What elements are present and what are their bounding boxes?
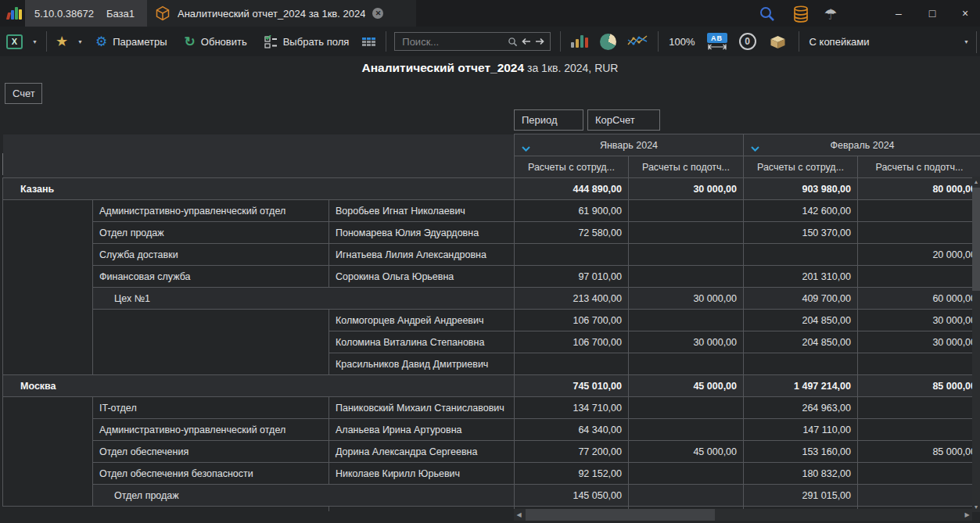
value-cell[interactable]: 201 310,00: [744, 266, 858, 288]
employee-cell[interactable]: Игнатьева Лилия Александровна: [329, 244, 515, 266]
value-cell[interactable]: 142 600,00: [744, 200, 858, 222]
find-previous-icon[interactable]: [522, 38, 531, 45]
database-icon[interactable]: [792, 5, 810, 23]
employee-cell[interactable]: Аланьева Ирина Артуровна: [329, 419, 515, 441]
value-cell[interactable]: [858, 222, 980, 244]
value-cell[interactable]: 106 700,00: [515, 331, 629, 353]
department-cell[interactable]: Отдел продаж: [93, 222, 329, 244]
value-cell[interactable]: 1 497 214,00: [744, 375, 858, 397]
chevron-down-icon[interactable]: ▼: [964, 39, 969, 45]
employee-cell[interactable]: Николаев Кирилл Юрьевич: [329, 463, 515, 485]
vertical-scrollbar[interactable]: ▲ ▼: [972, 177, 980, 512]
favorites-button[interactable]: ★ ▼: [56, 34, 83, 48]
department-cell[interactable]: Отдел обеспечения безопасности: [93, 463, 329, 485]
value-cell[interactable]: [629, 397, 744, 419]
value-cell[interactable]: 60 000,00: [858, 288, 980, 310]
employee-cell[interactable]: Дорина Александра Сергеевна: [329, 441, 515, 463]
global-search-icon[interactable]: [758, 5, 777, 23]
value-cell[interactable]: [515, 353, 629, 375]
value-cell[interactable]: 106 700,00: [515, 310, 629, 331]
value-cell[interactable]: 80 000,00: [858, 178, 980, 200]
value-cell[interactable]: 409 700,00: [744, 288, 858, 310]
department-cell[interactable]: Отдел обеспечения: [93, 441, 329, 463]
employee-cell[interactable]: Паниковский Михаил Станиславович: [329, 397, 515, 419]
tab-close-icon[interactable]: ✕: [372, 8, 383, 19]
value-cell[interactable]: [744, 244, 858, 266]
account-field-button[interactable]: Счет: [5, 83, 42, 104]
region-empty-cell[interactable]: [3, 397, 93, 507]
value-column-header[interactable]: Расчеты с подотч...: [629, 156, 744, 178]
filter-chevron-icon[interactable]: [522, 143, 530, 154]
value-cell[interactable]: 30 000,00: [629, 331, 744, 353]
value-cell[interactable]: 30 000,00: [858, 331, 980, 353]
chevron-down-icon[interactable]: ▼: [77, 39, 83, 45]
refresh-button[interactable]: ↻ Обновить: [185, 35, 247, 48]
value-cell[interactable]: 147 110,00: [744, 419, 858, 441]
department-cell[interactable]: Административно-управленческий отдел: [93, 200, 329, 222]
search-icon[interactable]: [508, 37, 518, 47]
value-cell[interactable]: [629, 310, 744, 331]
employee-cell[interactable]: Красильников Давид Дмитриевич: [329, 353, 515, 375]
value-column-header[interactable]: Расчеты с подотч...: [858, 156, 980, 178]
value-cell[interactable]: 264 963,00: [744, 397, 858, 419]
value-cell[interactable]: 204 850,00: [744, 310, 858, 331]
department-empty-cell[interactable]: [93, 310, 329, 375]
value-cell[interactable]: [629, 200, 744, 222]
search-input[interactable]: [400, 35, 504, 48]
value-cell[interactable]: 92 152,00: [515, 463, 629, 485]
value-cell[interactable]: 30 000,00: [629, 178, 744, 200]
department-cell[interactable]: Административно-управленческий отдел: [93, 419, 329, 441]
zoom-level[interactable]: 100%: [669, 36, 695, 48]
vertical-scrollbar-thumb[interactable]: [972, 188, 980, 291]
scroll-right-icon[interactable]: ▶: [962, 509, 972, 521]
value-cell[interactable]: 97 010,00: [515, 266, 629, 288]
value-column-header[interactable]: Расчеты с сотруд...: [744, 156, 858, 178]
value-cell[interactable]: 85 000,00: [858, 375, 980, 397]
scroll-down-icon[interactable]: ▼: [972, 502, 980, 512]
value-cell[interactable]: 180 832,00: [744, 463, 858, 485]
horizontal-scrollbar[interactable]: ◀ ▶: [514, 509, 972, 521]
value-column-header[interactable]: Расчеты с сотруд...: [515, 156, 629, 178]
value-cell[interactable]: [858, 266, 980, 288]
region-empty-cell[interactable]: [3, 200, 93, 375]
value-cell[interactable]: 145 050,00: [515, 485, 629, 507]
department-cell[interactable]: Служба доставки: [93, 244, 329, 266]
value-cell[interactable]: 150 370,00: [744, 222, 858, 244]
value-cell[interactable]: 72 580,00: [515, 222, 629, 244]
value-cell[interactable]: [629, 244, 744, 266]
corr-account-field-button[interactable]: КорСчет: [587, 109, 660, 131]
value-cell[interactable]: 45 000,00: [629, 375, 744, 397]
value-cell[interactable]: 64 340,00: [515, 419, 629, 441]
month-group-january[interactable]: Январь 2024: [515, 134, 744, 156]
umbrella-icon[interactable]: ☂: [821, 5, 840, 23]
value-cell[interactable]: [629, 419, 744, 441]
value-cell[interactable]: 213 400,00: [515, 288, 629, 310]
value-cell[interactable]: [858, 463, 980, 485]
find-next-icon[interactable]: [535, 38, 544, 45]
hide-zeros-icon[interactable]: 0: [739, 33, 756, 50]
period-field-button[interactable]: Период: [514, 109, 583, 131]
value-cell[interactable]: 745 010,00: [515, 375, 629, 397]
report-tab[interactable]: Аналитический отчет_2024 за 1кв. 2024 ✕: [147, 0, 416, 27]
value-cell[interactable]: 30 000,00: [629, 288, 744, 310]
package-icon[interactable]: [768, 33, 788, 50]
chevron-down-icon[interactable]: ▼: [32, 39, 38, 45]
value-cell[interactable]: 291 015,00: [744, 485, 858, 507]
scroll-left-icon[interactable]: ◀: [514, 509, 524, 521]
value-cell[interactable]: 153 160,00: [744, 441, 858, 463]
value-cell[interactable]: 444 890,00: [515, 178, 629, 200]
value-cell[interactable]: 134 710,00: [515, 397, 629, 419]
value-cell[interactable]: 30 000,00: [858, 310, 980, 331]
select-fields-button[interactable]: Выбрать поля: [264, 35, 350, 48]
subgroup-cell[interactable]: Отдел продаж: [93, 485, 515, 507]
scroll-up-icon[interactable]: ▲: [972, 177, 980, 187]
department-cell[interactable]: IT-отдел: [93, 397, 329, 419]
value-cell[interactable]: [858, 397, 980, 419]
employee-cell[interactable]: Воробьев Игнат Николаевич: [329, 200, 515, 222]
month-group-february[interactable]: Февраль 2024: [744, 134, 980, 156]
line-chart-icon[interactable]: [626, 34, 648, 50]
value-cell[interactable]: 20 000,00: [858, 244, 980, 266]
value-cell[interactable]: 903 980,00: [744, 178, 858, 200]
value-cell[interactable]: [858, 485, 980, 507]
filter-chevron-icon[interactable]: [751, 143, 759, 154]
